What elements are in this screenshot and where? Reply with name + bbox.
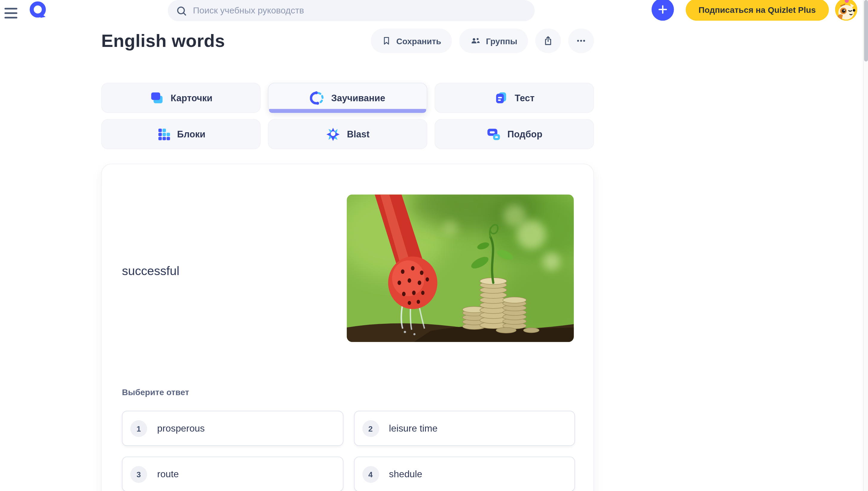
subscribe-quizlet-plus-button[interactable]: Подписаться на Quizlet Plus [686, 0, 829, 21]
answer-option-2[interactable]: 2 leisure time [354, 411, 575, 446]
plus-icon [657, 3, 669, 16]
answer-options: 1 prosperous 2 leisure time 3 route 4 sh… [122, 411, 575, 491]
bookmark-icon [381, 36, 391, 46]
groups-button[interactable]: Группы [459, 28, 528, 53]
quizlet-logo[interactable] [28, 1, 47, 19]
answer-option-4[interactable]: 4 shedule [354, 457, 575, 491]
answer-option-1[interactable]: 1 prosperous [122, 411, 343, 446]
share-button[interactable] [535, 28, 561, 53]
question-card: successful [101, 164, 594, 491]
create-button[interactable] [652, 0, 674, 21]
option-number-badge: 4 [362, 466, 379, 483]
set-actions: Сохранить Группы [371, 28, 594, 53]
match-icon [486, 127, 501, 142]
learn-icon [310, 90, 325, 106]
option-text: leisure time [389, 423, 438, 434]
quizlet-logo-icon [28, 1, 47, 19]
flashcards-icon [150, 90, 165, 106]
blocks-icon [156, 127, 171, 142]
option-number-badge: 3 [130, 466, 147, 483]
mode-flashcards[interactable]: Карточки [101, 83, 261, 113]
question-term: successful [122, 264, 179, 278]
blast-icon [326, 127, 341, 142]
option-text: prosperous [157, 423, 205, 434]
scrollbar-thumb[interactable] [864, 0, 868, 61]
page-title: English words [101, 30, 225, 51]
mode-learn[interactable]: Заучивание [268, 83, 427, 113]
option-text: route [157, 469, 179, 480]
quizlet-learn-page: Подписаться на Quizlet Plus English word… [0, 0, 868, 491]
avatar-image [835, 0, 858, 21]
mode-blocks[interactable]: Блоки [101, 119, 261, 149]
option-number-badge: 2 [362, 420, 379, 437]
study-modes: Карточки Заучивание Тест [101, 83, 594, 149]
more-button[interactable] [568, 28, 594, 53]
option-number-badge: 1 [130, 420, 147, 437]
save-button[interactable]: Сохранить [371, 28, 452, 53]
menu-icon [4, 7, 17, 9]
scrollbar [863, 0, 868, 491]
mode-test[interactable]: Тест [435, 83, 594, 113]
menu-button[interactable] [4, 3, 25, 22]
option-text: shedule [389, 469, 422, 480]
avatar[interactable] [835, 0, 858, 21]
mode-match[interactable]: Подбор [435, 119, 594, 149]
share-icon [543, 35, 553, 46]
search-icon [176, 5, 187, 17]
question-image [347, 195, 574, 342]
more-icon [575, 35, 587, 46]
answer-option-3[interactable]: 3 route [122, 457, 343, 491]
search-input[interactable] [193, 6, 527, 16]
groups-icon [469, 35, 481, 46]
search-bar [168, 0, 535, 21]
test-icon [494, 90, 509, 105]
answer-prompt: Выберите ответ [122, 387, 189, 397]
watering-can-coins-photo [347, 195, 574, 342]
mode-blast[interactable]: Blast [268, 119, 427, 149]
